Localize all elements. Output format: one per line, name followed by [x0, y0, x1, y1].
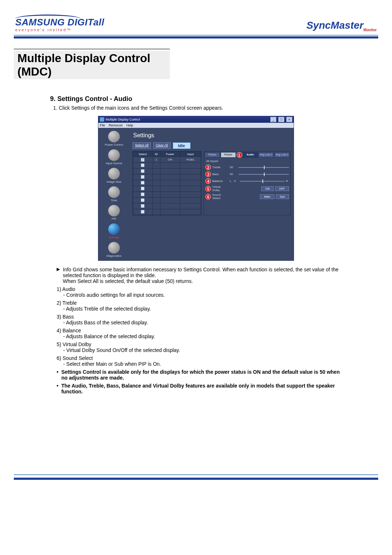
- sidebar-item-time[interactable]: Time: [101, 186, 127, 202]
- table-row[interactable]: [133, 180, 201, 186]
- sidebar-item-label: Settings: [109, 236, 119, 239]
- app-icon: [100, 117, 104, 122]
- note-text: Settings Control is available only for t…: [61, 369, 342, 381]
- table-row[interactable]: [133, 198, 201, 203]
- sidebar-item-pip[interactable]: PIP: [101, 205, 127, 220]
- sidebar-item-label: PIP: [112, 217, 117, 220]
- brand-left-text: SAMSUNG DIGITall: [15, 17, 104, 28]
- row-bass: 3 Bass 50: [205, 171, 290, 178]
- tab-audio[interactable]: Audio: [243, 152, 258, 158]
- row-checkbox[interactable]: [141, 187, 144, 190]
- brand-right-sub: Monitor: [363, 28, 377, 32]
- item-num: 6): [57, 355, 61, 361]
- row-sound: 6 Sound Select Main Sub: [205, 193, 290, 200]
- sidebar-item-input[interactable]: Input Source: [101, 149, 127, 165]
- row-checkbox[interactable]: [141, 175, 144, 179]
- item-sub: - Select either Main or Sub when PIP is …: [63, 361, 342, 367]
- clear-all-button[interactable]: Clear All: [153, 142, 171, 149]
- intro-list-item: Click Settings of the main icons and the…: [59, 105, 342, 111]
- row-checkbox[interactable]: [141, 181, 144, 185]
- treble-value: 50: [230, 166, 237, 169]
- grid-header-input: Input: [180, 152, 201, 157]
- note-text: The Audio, Treble, Bass, Balance and Vir…: [61, 383, 342, 394]
- menu-help[interactable]: Help: [126, 123, 133, 127]
- bass-slider[interactable]: [238, 174, 289, 175]
- row-checkbox[interactable]: [141, 204, 144, 208]
- treble-slider[interactable]: [238, 167, 289, 168]
- row-checkbox[interactable]: [141, 169, 144, 173]
- balance-l: L: [230, 179, 233, 183]
- item-title: Bass: [62, 314, 74, 320]
- sound-sub-button[interactable]: Sub: [276, 194, 289, 199]
- tab-picture1[interactable]: Picture: [205, 152, 220, 158]
- sound-main-button[interactable]: Main: [260, 194, 274, 199]
- row-balance: 4 Balance L 0 R: [205, 178, 290, 185]
- marker-5: 5: [205, 186, 211, 191]
- dolby-on-button[interactable]: ON: [261, 186, 274, 191]
- page-title: Multiple Display Control (MDC): [14, 51, 170, 79]
- table-row[interactable]: [133, 192, 201, 198]
- cell-id: 1: [152, 157, 160, 163]
- row-checkbox[interactable]: [141, 198, 144, 202]
- item-sub: - Adjusts Balance of the selected displa…: [63, 333, 342, 339]
- table-row[interactable]: 1 ON RGB1: [133, 157, 201, 163]
- imagesize-icon: [108, 168, 120, 179]
- page-title-block: Multiple Display Control (MDC): [14, 49, 170, 79]
- sidebar-item-settings[interactable]: Settings: [101, 223, 127, 239]
- row-checkbox[interactable]: [141, 163, 144, 167]
- balance-slider[interactable]: [240, 181, 285, 182]
- tab-imglock1[interactable]: Img Lock 1: [258, 152, 274, 158]
- slider-thumb[interactable]: [264, 166, 265, 169]
- bass-label: Bass: [212, 173, 228, 176]
- marker-4: 4: [205, 178, 211, 184]
- sidebar-item-label: Time: [111, 199, 117, 202]
- row-checkbox[interactable]: [141, 193, 144, 196]
- diagnostics-icon: [108, 242, 120, 254]
- titlebar: Multiple Display Control _ □ ×: [98, 116, 294, 123]
- cell-input: RGB1: [180, 157, 201, 163]
- header: SAMSUNG DIGITall everyone's invited™ Syn…: [14, 15, 378, 34]
- item-num: 5): [57, 341, 61, 347]
- sidebar-item-diagnostics[interactable]: Diagnostics: [101, 242, 127, 258]
- balance-value: 0: [234, 179, 238, 183]
- arrow-icon: ▶: [57, 267, 60, 272]
- page-title-rule: [14, 49, 170, 49]
- footer-rule-thick: [14, 478, 378, 480]
- sidebar-item-power[interactable]: Power Control: [101, 131, 127, 146]
- maximize-button[interactable]: □: [278, 117, 284, 122]
- row-checkbox[interactable]: [141, 210, 144, 214]
- note-bullet-2: • The Audio, Treble, Bass, Balance and V…: [57, 383, 342, 394]
- bullet-icon: •: [57, 369, 58, 381]
- titlebar-text: Multiple Display Control: [106, 118, 140, 121]
- bass-value: 50: [230, 173, 237, 176]
- sidebar-item-imagesize[interactable]: Image Size: [101, 168, 127, 183]
- item-title: Virtual Dolby: [62, 341, 91, 347]
- dolby-off-button[interactable]: OFF: [275, 186, 289, 191]
- menu-file[interactable]: File: [100, 123, 105, 127]
- note-bullet-1: • Settings Control is available only for…: [57, 369, 342, 381]
- table-row[interactable]: [133, 209, 201, 215]
- slider-thumb[interactable]: [262, 179, 263, 183]
- table-row[interactable]: [133, 169, 201, 174]
- table-row[interactable]: [133, 186, 201, 192]
- settings-icon: [108, 223, 120, 235]
- item-sub: - Adjusts Bass of the selected display.: [63, 320, 342, 325]
- table-row[interactable]: [133, 163, 201, 169]
- all-inputs-label: All Inputs: [205, 158, 290, 164]
- table-row[interactable]: [133, 174, 201, 180]
- tab-imglock2[interactable]: Img Lock 2: [274, 152, 290, 158]
- item-sub: - Adjusts Treble of the selected display…: [63, 306, 342, 312]
- dolby-label: Virtual Dolby: [212, 185, 228, 192]
- menu-remocon[interactable]: Remocon: [109, 123, 123, 127]
- tab-picture2[interactable]: Picture: [221, 152, 236, 158]
- table-row[interactable]: [133, 203, 201, 209]
- select-all-button[interactable]: Select All: [132, 142, 151, 149]
- marker-2: 2: [205, 165, 211, 170]
- minimize-button[interactable]: _: [270, 117, 276, 122]
- close-button[interactable]: ×: [286, 117, 292, 122]
- app-window: Multiple Display Control _ □ × File Remo…: [98, 116, 294, 261]
- pip-icon: [108, 205, 120, 216]
- slider-thumb[interactable]: [264, 173, 265, 176]
- row-checkbox[interactable]: [141, 158, 144, 162]
- desc-arrow-text2: When Select All is selected, the default…: [63, 278, 193, 284]
